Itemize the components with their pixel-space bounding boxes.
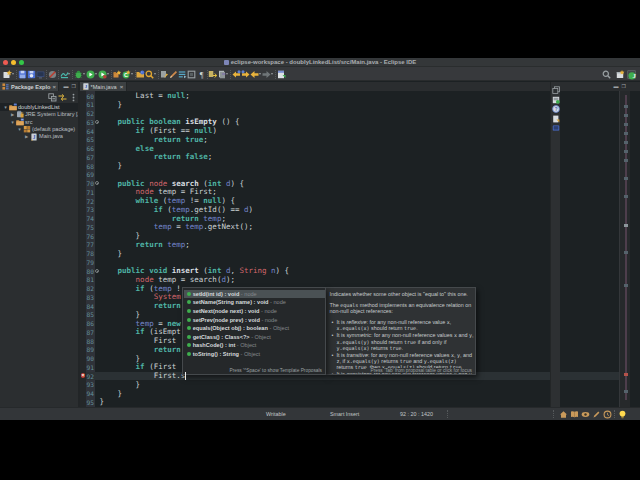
completion-item-setNext[interactable]: setNext(node next) : void - node [184,307,324,316]
tab-main-java-close-icon[interactable]: × [120,84,124,90]
overview-annotation-mark[interactable] [624,390,629,393]
collapse-all-icon[interactable] [48,93,56,101]
tab-package-explorer[interactable]: Package Explo × [0,82,59,91]
chevron-down-icon[interactable]: ▼ [10,120,15,125]
console-view-icon[interactable] [36,70,45,79]
tab-main-java-label: *Main.java [91,84,117,90]
open-type-icon[interactable] [136,70,145,79]
fold-collapse-icon[interactable] [95,120,99,124]
overview-annotation-mark[interactable] [624,159,629,162]
save-icon[interactable] [18,70,27,79]
completion-item-setId[interactable]: setId(int id) : void - node [184,290,325,299]
outline-view-icon[interactable] [552,96,560,104]
show-whitespace-icon[interactable]: ¶ [197,70,206,79]
chevron-right-icon[interactable]: ▶ [24,134,29,139]
line-number: 90 [86,355,95,362]
fold-collapse-icon[interactable] [95,181,99,185]
overview-annotation-mark[interactable] [624,150,629,153]
forward-disabled-dropdown-icon[interactable] [271,73,273,75]
overview-annotation-mark[interactable] [624,105,629,108]
save-all-icon[interactable] [27,70,36,79]
mark-occurrences-icon[interactable] [187,70,196,79]
new-class-icon[interactable]: C [122,70,131,79]
lightbulb-icon[interactable] [618,410,626,418]
overview-annotation-mark[interactable] [624,195,629,198]
maximize-editor-icon[interactable]: ❒ [622,84,626,89]
run-dropdown-icon[interactable] [95,73,97,75]
forward-disabled-icon[interactable] [262,70,271,79]
coverage-dropdown-icon[interactable] [68,73,70,75]
completion-item-getClass[interactable]: getClass() : Class<?> - Object [184,333,324,342]
completion-item-equals[interactable]: equals(Object obj) : boolean - Object [184,324,324,333]
overview-ruler[interactable] [619,91,630,407]
completion-item-toString[interactable]: toString() : String - Object [184,350,324,359]
line-number: 62 [86,110,95,117]
open-element-icon[interactable] [277,70,286,79]
search-icon[interactable] [145,70,154,79]
new-wizard-dropdown-icon[interactable] [12,73,14,75]
toolbar-group [136,70,160,79]
new-class-dropdown-icon[interactable] [131,73,133,75]
coverage-icon[interactable] [60,70,69,79]
code-text: } [118,390,123,398]
chevron-down-icon[interactable]: ▼ [17,127,22,132]
back-edit-icon[interactable] [232,70,241,79]
minimize-view-icon[interactable]: ▬ [64,84,69,89]
help-view-icon[interactable]: ? [552,105,560,113]
back-dropdown-icon[interactable] [259,73,261,75]
new-java-project-icon[interactable] [113,70,122,79]
external-tools-dropdown-icon[interactable] [107,73,109,75]
overview-annotation-mark[interactable] [624,132,629,135]
overview-annotation-mark[interactable] [624,373,629,376]
overview-annotation-mark[interactable] [624,251,629,254]
pen-icon[interactable] [592,410,600,418]
book-icon[interactable] [570,410,578,418]
tab-package-explorer-close-icon[interactable]: × [53,84,57,90]
completion-item-setPrev[interactable]: setPrev(node prev) : void - node [184,315,324,324]
completion-signature: equals(Object obj) : boolean [193,325,268,331]
tree-item-main-java[interactable]: ▶JMain.java [0,133,78,141]
chevron-right-icon[interactable]: ▶ [10,112,15,117]
overview-annotation-mark[interactable] [624,224,629,227]
maximize-view-icon[interactable]: ❒ [72,84,76,89]
fold-collapse-icon[interactable] [95,269,99,273]
view-menu-icon[interactable] [69,93,77,101]
window-title-icon [224,60,229,65]
new-wizard-icon[interactable] [3,70,12,79]
search-dropdown-icon[interactable] [154,73,156,75]
chevron-down-icon[interactable]: ▼ [3,105,8,110]
tab-main-java[interactable]: J *Main.java × [80,82,127,91]
pencil-icon[interactable] [169,70,178,79]
java-perspective-icon[interactable]: J [627,70,636,79]
public-method-icon [187,335,191,339]
debug-dropdown-icon[interactable] [83,73,85,75]
console-minimized-icon[interactable] [552,124,560,132]
sort-lines-icon[interactable] [178,70,187,79]
overview-annotation-mark[interactable] [624,114,629,117]
minimize-editor-icon[interactable]: ▬ [614,84,619,89]
link-with-editor-icon[interactable] [58,93,66,101]
external-tools-icon[interactable] [98,70,107,79]
completion-item-setName[interactable]: setName(String name) : void - node [184,298,324,307]
next-annotation-icon[interactable] [208,70,217,79]
overview-annotation-mark[interactable] [624,284,629,287]
document-view-icon[interactable] [552,115,560,123]
home-icon[interactable] [559,410,567,418]
debug-icon[interactable] [74,70,83,79]
completion-item-hashCode[interactable]: hashCode() : int - Object [184,341,324,350]
quick-access-search-icon[interactable] [602,70,611,79]
open-perspective-icon[interactable] [616,70,625,79]
clock-icon[interactable] [603,410,611,418]
restore-views-icon[interactable] [552,86,560,94]
eye-icon[interactable] [581,410,589,418]
file-history-icon[interactable] [218,70,227,79]
last-edit-location-icon[interactable] [160,70,169,79]
back-icon[interactable] [250,70,259,79]
overview-annotation-mark[interactable] [624,141,629,144]
run-icon[interactable] [86,70,95,79]
file-history-dropdown-icon[interactable] [226,73,228,75]
overview-annotation-mark[interactable] [624,123,629,126]
overview-annotation-mark[interactable] [624,177,629,180]
skip-breakpoints-icon[interactable] [48,70,57,79]
forward-edit-icon[interactable] [241,70,250,79]
